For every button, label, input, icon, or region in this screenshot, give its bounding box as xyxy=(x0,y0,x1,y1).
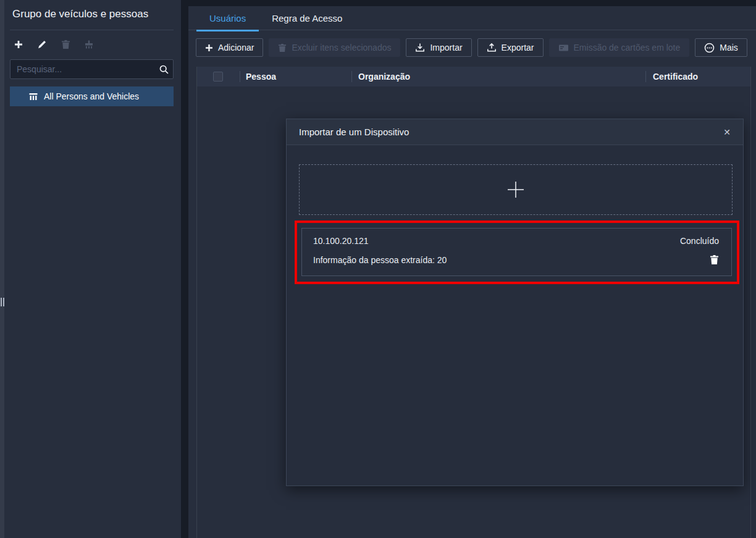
export-button-label: Exportar xyxy=(502,43,534,53)
more-icon xyxy=(704,43,715,53)
tab-regra-label: Regra de Acesso xyxy=(272,13,342,23)
delete-selected-button[interactable]: Excluir itens selecionados xyxy=(269,38,400,57)
column-label-pessoa: Pessoa xyxy=(246,72,276,82)
actions-toolbar: Adicionar Excluir itens selecionados Imp… xyxy=(196,38,747,57)
close-icon[interactable]: ✕ xyxy=(723,128,731,137)
column-label-certificado: Certificado xyxy=(653,72,698,82)
import-button-label: Importar xyxy=(430,43,462,53)
plus-icon xyxy=(14,40,23,49)
table-header-row: Pessoa Organização Certificado xyxy=(197,67,750,86)
edit-group-button[interactable] xyxy=(36,38,48,51)
tab-bar: Usuários Regra de Acesso xyxy=(188,6,756,30)
imported-device-item: 10.100.20.121 Concluído Informação da pe… xyxy=(301,228,732,276)
device-row-top: 10.100.20.121 Concluído xyxy=(313,236,719,246)
trash-icon xyxy=(710,254,719,265)
table-header-pessoa: Pessoa xyxy=(240,67,351,86)
trash-icon xyxy=(61,40,70,49)
delete-device-button[interactable] xyxy=(710,254,719,265)
import-button[interactable]: Importar xyxy=(406,38,471,57)
import-icon xyxy=(415,43,425,53)
table-header-organizacao: Organização xyxy=(351,67,645,86)
add-group-button[interactable] xyxy=(12,38,25,51)
add-button-label: Adicionar xyxy=(218,43,254,53)
export-icon xyxy=(487,43,497,53)
batch-card-issue-button[interactable]: Emissão de cartões em lote xyxy=(549,38,690,57)
more-button-label: Mais xyxy=(720,43,738,53)
select-all-checkbox[interactable] xyxy=(213,72,223,82)
trash-icon xyxy=(278,43,287,53)
plus-icon xyxy=(506,180,526,200)
import-from-device-dialog: Importar de um Dispositivo ✕ 10.100.20.1… xyxy=(286,119,744,486)
table-header-certificado: Certificado xyxy=(645,67,750,86)
delete-selected-label: Excluir itens selecionados xyxy=(292,43,391,53)
sidebar-search xyxy=(10,59,174,79)
main-panel: Usuários Regra de Acesso Adicionar Exclu… xyxy=(188,6,756,538)
tab-usuarios[interactable]: Usuários xyxy=(196,6,259,30)
clear-group-button[interactable] xyxy=(83,38,95,51)
group-sidebar: Grupo de veículos e pessoas xyxy=(4,0,181,538)
panel-collapse-strip xyxy=(0,0,4,538)
device-status-badge: Concluído xyxy=(680,236,719,246)
plus-icon xyxy=(205,44,213,52)
tree-item-all-persons-vehicles[interactable]: All Persons and Vehicles xyxy=(10,86,174,106)
pencil-icon xyxy=(37,40,47,49)
collapse-handle-icon[interactable] xyxy=(0,297,4,307)
device-row-bottom: Informação da pessoa extraída: 20 xyxy=(313,254,719,265)
card-icon xyxy=(558,43,569,53)
organization-icon xyxy=(28,92,38,101)
search-input[interactable] xyxy=(10,64,154,74)
sidebar-toolbar xyxy=(12,38,95,51)
more-button[interactable]: Mais xyxy=(695,38,747,57)
device-extract-detail: Informação da pessoa extraída: 20 xyxy=(313,255,447,265)
add-button[interactable]: Adicionar xyxy=(196,38,263,57)
dialog-header: Importar de um Dispositivo ✕ xyxy=(287,119,743,145)
divider xyxy=(10,30,174,30)
batch-card-issue-label: Emissão de cartões em lote xyxy=(574,43,681,53)
search-icon[interactable] xyxy=(154,64,173,75)
sidebar-title: Grupo de veículos e pessoas xyxy=(12,8,148,20)
delete-group-button[interactable] xyxy=(59,38,72,51)
device-ip: 10.100.20.121 xyxy=(313,236,369,246)
tab-usuarios-label: Usuários xyxy=(209,13,246,23)
add-device-dropzone[interactable] xyxy=(299,164,733,215)
tree-item-label: All Persons and Vehicles xyxy=(44,91,139,101)
table-header-checkbox-cell xyxy=(197,67,240,86)
export-button[interactable]: Exportar xyxy=(477,38,544,57)
column-label-organizacao: Organização xyxy=(358,72,410,82)
dialog-title: Importar de um Dispositivo xyxy=(299,127,723,137)
brush-icon xyxy=(84,40,94,49)
tab-regra-de-acesso[interactable]: Regra de Acesso xyxy=(259,6,355,30)
